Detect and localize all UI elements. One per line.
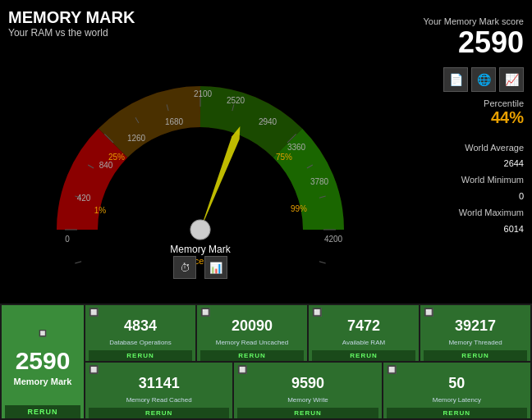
gauge-label-3780: 3780 (310, 177, 329, 186)
tile-1: 🔲 20090 Memory Read Uncached RERUN (197, 305, 307, 361)
tile-0-rerun[interactable]: RERUN (89, 350, 192, 361)
document-icon-btn[interactable]: 📄 (443, 67, 468, 92)
svg-point-23 (187, 217, 213, 242)
action-icons: 📄 🌐 📈 (443, 67, 524, 92)
tile-6-rerun[interactable]: RERUN (387, 408, 527, 418)
gauge-bottom-icons: ⏱ 📊 (173, 256, 227, 279)
main-tile: 🔲 2590 Memory Mark RERUN (2, 305, 84, 418)
world-max-label: World Maximum (459, 205, 524, 221)
right-panel: Your Memory Mark score 2590 📄 🌐 📈 Percen… (392, 8, 524, 304)
svg-line-21 (75, 262, 81, 263)
world-avg-label: World Average (459, 140, 524, 157)
chart2-icon-btn[interactable]: 📈 (499, 67, 524, 92)
world-min-label: World Minimum (459, 172, 524, 189)
timer-icon-btn[interactable]: ⏱ (173, 256, 196, 279)
tile-grid: 🔲 4834 Database Operations RERUN 🔲 20090… (85, 305, 530, 418)
tile-5-value: 9590 (291, 375, 324, 392)
gauge-label-1260: 1260 (127, 134, 146, 143)
world-min-value: 0 (459, 189, 524, 205)
tile-2-rerun[interactable]: RERUN (312, 350, 415, 361)
tile-5: 🔲 9590 Memory Write RERUN (234, 363, 381, 418)
world-avg-value: 2644 (459, 156, 524, 172)
percentile-75-label: 75% (276, 153, 292, 162)
gauge-label-2100: 2100 (194, 89, 213, 98)
gauge-label-420: 420 (77, 194, 91, 203)
chart-icon-btn[interactable]: 📊 (204, 256, 227, 279)
score-value: 2590 (424, 26, 524, 59)
gauge-label-840: 840 (99, 161, 113, 170)
tile-3: 🔲 39217 Memory Threaded RERUN (420, 305, 530, 361)
percentile-99-label: 99% (291, 204, 307, 213)
gauge-label-1680: 1680 (165, 117, 184, 126)
tile-1-rerun[interactable]: RERUN (200, 350, 304, 361)
percentile-block: Percentile 44% (484, 98, 524, 127)
tile-2-value: 7472 (347, 317, 380, 335)
gauge-center-label: Memory Mark (170, 244, 231, 255)
tile-6-label: Memory Latency (433, 396, 481, 404)
stats-block: World Average 2644 World Minimum 0 World… (459, 140, 524, 238)
tile-4-label: Memory Read Cached (126, 396, 192, 404)
tile-6: 🔲 50 Memory Latency RERUN (383, 363, 530, 418)
world-max-value: 6014 (459, 221, 524, 238)
main-tile-rerun-btn[interactable]: RERUN (5, 405, 80, 418)
percentile-1-label: 1% (94, 206, 107, 215)
tile-2: 🔲 7472 Available RAM RERUN (309, 305, 419, 361)
tile-1-label: Memory Read Uncached (216, 339, 288, 347)
gauge-label-3360: 3360 (287, 143, 306, 152)
tile-0: 🔲 4834 Database Operations RERUN (85, 305, 195, 361)
tile-0-label: Database Operations (109, 339, 172, 347)
tile-4-rerun[interactable]: RERUN (89, 408, 229, 418)
svg-marker-22 (196, 125, 244, 231)
tile-4: 🔲 31141 Memory Read Cached RERUN (85, 363, 232, 418)
tile-row-1: 🔲 4834 Database Operations RERUN 🔲 20090… (85, 305, 530, 361)
bottom-section: 🔲 2590 Memory Mark RERUN 🔲 4834 Database… (0, 304, 532, 420)
gauge-container: 1% 25% 75% 99% 0 420 840 1260 1680 21 (44, 33, 356, 279)
tile-3-label: Memory Threaded (448, 339, 502, 347)
tile-5-label: Memory Write (287, 396, 328, 404)
gauge-svg: 1% 25% 75% 99% 0 420 840 1260 1680 21 (44, 33, 356, 279)
page-title: MEMORY MARK (8, 8, 135, 27)
globe-icon-btn[interactable]: 🌐 (471, 67, 496, 92)
tile-2-label: Available RAM (342, 339, 385, 347)
tile-3-value: 39217 (455, 317, 496, 335)
gauge-label-4200: 4200 (324, 235, 343, 244)
tile-3-rerun[interactable]: RERUN (424, 350, 527, 361)
tile-1-value: 20090 (232, 317, 273, 335)
gauge-label-2940: 2940 (259, 117, 277, 126)
tile-6-value: 50 (448, 375, 465, 392)
tile-0-value: 4834 (124, 317, 157, 335)
score-section: Your Memory Mark score 2590 (424, 16, 524, 59)
tile-5-rerun[interactable]: RERUN (237, 408, 378, 418)
main-tile-label: Memory Mark (14, 377, 72, 386)
tile-4-value: 31141 (139, 375, 180, 392)
percentile-label: Percentile (484, 98, 524, 108)
percentile-value: 44% (484, 108, 524, 127)
gauge-label-0: 0 (65, 235, 70, 244)
main-tile-value: 2590 (16, 347, 71, 375)
gauge-label-2520: 2520 (227, 96, 245, 105)
tile-row-2: 🔲 31141 Memory Read Cached RERUN 🔲 9590 … (85, 363, 530, 418)
svg-line-8 (319, 262, 326, 263)
